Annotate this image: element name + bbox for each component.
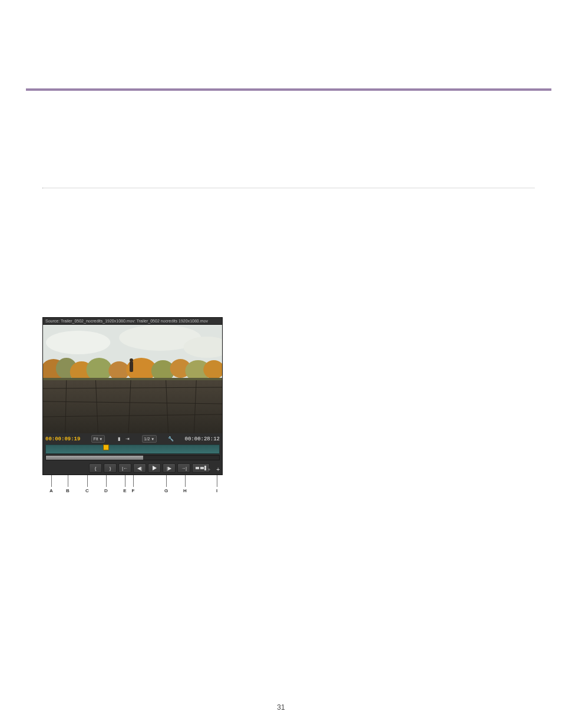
insert-icon [196,466,206,470]
in-out-icon[interactable]: ⇥ [124,436,131,442]
svg-marker-27 [153,466,157,470]
svg-point-1 [46,331,110,354]
callout-label: C [85,488,89,493]
svg-rect-28 [196,467,199,469]
source-monitor-panel: Source: Trailer_0502_nocredits_1920x1080… [42,317,223,475]
callout-line [166,475,167,487]
go-to-in-button[interactable]: |← [118,463,131,473]
callout-line [133,475,134,487]
current-timecode[interactable]: 00:00:09:19 [45,436,80,442]
go-to-out-button[interactable]: →| [177,463,190,473]
svg-rect-14 [130,361,133,372]
page-top-rule [26,88,551,91]
caret-down-icon: ▼ [99,437,103,441]
button-editor-icon[interactable]: + [216,466,220,473]
svg-rect-29 [200,467,204,469]
callout-line [87,475,88,487]
callout-line [185,475,186,487]
zoom-fit-dropdown[interactable]: Fit ▼ [91,435,105,443]
callout-label: H [183,488,187,493]
zoom-fit-label: Fit [94,437,98,441]
callout-line [217,475,217,487]
callout-label: A [49,488,53,493]
timecode-row: 00:00:09:19 Fit ▼ ▮ ⇥ 1/2 ▼ 🔧 00:00: [43,433,222,444]
mark-in-button[interactable]: { [89,463,102,473]
callout-label: D [104,488,108,493]
step-forward-button[interactable]: |▶ [163,463,176,473]
resolution-label: 1/2 [144,437,150,441]
resolution-dropdown[interactable]: 1/2 ▼ [142,435,157,443]
video-viewport[interactable] [43,325,222,433]
insert-overwrite-button[interactable] [192,463,210,473]
caret-down-icon: ▼ [151,437,154,441]
section-rule [42,187,535,189]
more-controls-icon[interactable]: » [208,467,210,472]
duration-timecode: 00:00:28:12 [185,436,220,442]
transport-controls: { } |← ◀| |▶ →| [43,462,222,475]
content-area: Source: Trailer_0502_nocredits_1920x1080… [42,187,535,494]
zoom-scrollbar[interactable] [45,455,220,460]
callout-label: E [123,488,126,493]
svg-point-15 [130,358,133,362]
play-button[interactable] [148,463,161,473]
callout-line [106,475,107,487]
figure-callouts: A B C D E F G H I [42,475,223,494]
panel-title: Source: Trailer_0502_nocredits_1920x1080… [43,318,222,325]
mark-out-button[interactable]: } [104,463,117,473]
callout-line [125,475,125,487]
source-monitor-figure: Source: Trailer_0502_nocredits_1920x1080… [42,317,223,494]
zoom-thumb[interactable] [46,456,143,460]
callout-line [51,475,52,487]
marker-icon[interactable]: ▮ [115,436,122,442]
callout-line [68,475,68,487]
callout-label: F [132,488,135,493]
play-icon [151,465,157,471]
callout-label: B [66,488,70,493]
page-number: 31 [0,703,562,711]
callout-label: I [216,488,217,493]
playhead[interactable] [103,444,109,454]
step-back-button[interactable]: ◀| [133,463,146,473]
callout-label: G [164,488,168,493]
playhead-flag-icon [103,444,109,450]
svg-rect-16 [43,378,222,380]
svg-rect-30 [204,466,206,470]
settings-wrench-icon[interactable]: 🔧 [167,436,174,442]
time-ruler[interactable] [45,444,220,454]
